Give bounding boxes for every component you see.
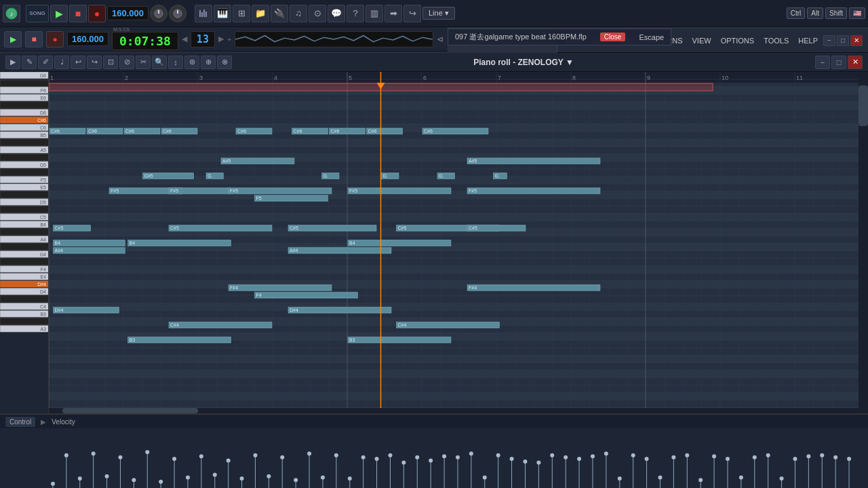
velocity-label: Velocity: [52, 418, 75, 426]
pr-select-btn[interactable]: ⊡: [103, 56, 118, 69]
tb-rec2[interactable]: ⊙: [309, 5, 326, 22]
pr-strum-btn[interactable]: ⊛: [184, 56, 199, 69]
h-scrollbar[interactable]: [49, 408, 859, 413]
plus-btn[interactable]: +: [227, 35, 231, 43]
tb-play[interactable]: ▶: [50, 5, 68, 22]
tb-chat[interactable]: 💬: [328, 5, 345, 22]
filename-text: 097 逝去galgame type beat 160BPM.flp: [455, 32, 587, 42]
time-display: 0:07:38: [112, 32, 178, 50]
menu-options[interactable]: OPTIONS: [717, 35, 759, 47]
waveform-display[interactable]: [235, 31, 433, 47]
pr-win-close[interactable]: ✕: [848, 56, 863, 69]
menu-tools[interactable]: TOOLS: [760, 35, 793, 47]
tb-midi[interactable]: ♫: [290, 5, 307, 22]
grid-container[interactable]: [49, 72, 868, 413]
menu-view[interactable]: VIEW: [688, 35, 715, 47]
tb-connect[interactable]: ↪: [403, 5, 421, 22]
bpm-display[interactable]: 160.000: [107, 6, 149, 20]
ctrl-btn[interactable]: Ctrl: [787, 7, 806, 19]
menu-help[interactable]: HELP: [794, 35, 822, 47]
record-btn[interactable]: ●: [46, 31, 64, 47]
top-toolbar: ♪ SONG ▶ ■ ● 160.000 🎹 ⊞ 📁 🔌 ♫ ⊙ 💬 ? ▥ ➡…: [0, 0, 868, 27]
svg-rect-9: [205, 12, 207, 17]
tb-arrow[interactable]: ➡: [384, 5, 402, 22]
pr-note-btn[interactable]: ♩: [54, 56, 69, 69]
win-maximize-btn[interactable]: □: [837, 35, 849, 46]
line-selector[interactable]: Line ▾: [422, 7, 455, 20]
logo-icon: ♪: [3, 5, 20, 22]
ms-label: M:S:CS: [113, 27, 130, 32]
pr-win-min[interactable]: −: [815, 56, 830, 69]
piano-roll-area: [0, 72, 868, 413]
flag-btn[interactable]: 🇺🇸: [849, 7, 865, 19]
pr-zoom-btn[interactable]: 🔍: [152, 56, 167, 69]
bpm-input[interactable]: 160.000: [67, 32, 108, 46]
piano-roll-title: Piano roll - ZENOLOGY ▼: [232, 58, 815, 67]
control-label: Control: [5, 417, 35, 427]
tb-browser[interactable]: 📁: [252, 5, 269, 22]
next-btn[interactable]: ▶: [218, 35, 224, 43]
stop-btn[interactable]: ■: [25, 31, 43, 47]
tb-help[interactable]: ?: [347, 5, 364, 22]
velocity-area: Control ▶ Velocity: [0, 413, 868, 488]
pr-tools: ▶ ✎ ✐ ♩ ↩ ↪ ⊡ ⊘ ✂ 🔍 ↕ ⊛ ⊕ ⊗: [5, 56, 232, 69]
pr-detuner-btn[interactable]: ↕: [168, 56, 183, 69]
pr-redo-btn[interactable]: ↪: [87, 56, 102, 69]
tb-mixer[interactable]: [195, 5, 212, 22]
piano-keyboard[interactable]: [0, 72, 49, 413]
play-btn[interactable]: ▶: [4, 31, 22, 47]
waveform-collapse[interactable]: ⊲: [437, 35, 443, 44]
pr-chord-btn[interactable]: ⊕: [201, 56, 216, 69]
escape-label: Escape: [639, 33, 664, 41]
filename-close-btn[interactable]: Close: [600, 33, 626, 41]
velocity-header: Control ▶ Velocity: [0, 415, 868, 428]
win-close-btn[interactable]: ✕: [850, 35, 863, 46]
tb-stop[interactable]: ■: [69, 5, 87, 22]
filename-bar: 097 逝去galgame type beat 160BPM.flp Close…: [448, 28, 671, 45]
tb-piano[interactable]: 🎹: [214, 5, 231, 22]
piano-roll-header: ▶ ✎ ✐ ♩ ↩ ↪ ⊡ ⊘ ✂ 🔍 ↕ ⊛ ⊕ ⊗ Piano roll -…: [0, 53, 868, 72]
v-scrollbar[interactable]: [859, 72, 868, 413]
tb-stepseq[interactable]: ⊞: [233, 5, 250, 22]
alt-btn[interactable]: Alt: [807, 7, 823, 19]
pr-pencil-btn[interactable]: ✎: [22, 56, 37, 69]
svg-text:♪: ♪: [10, 10, 14, 18]
bar-display: 13: [191, 31, 215, 47]
pr-erase-btn[interactable]: ⊘: [119, 56, 134, 69]
pr-stamp-btn[interactable]: ⊗: [217, 56, 232, 69]
pr-slice-btn[interactable]: ✂: [136, 56, 151, 69]
master-vol-knob[interactable]: [150, 5, 167, 22]
svg-rect-8: [203, 9, 205, 17]
pr-undo-btn[interactable]: ↩: [71, 56, 85, 69]
pr-play-btn[interactable]: ▶: [5, 56, 20, 69]
master-pitch-knob[interactable]: [169, 5, 186, 22]
prev-btn[interactable]: ◀: [182, 35, 187, 43]
tb-plugin[interactable]: 🔌: [271, 5, 288, 22]
pr-win-max[interactable]: □: [831, 56, 846, 69]
tb-record[interactable]: ●: [88, 5, 106, 22]
svg-rect-6: [199, 10, 201, 17]
tb-snap[interactable]: ▥: [366, 5, 383, 22]
transport-bar: ▶ ■ ● 160.000 M:S:CS 0:07:38 ◀ 13 ▶ + ⊲: [0, 27, 448, 52]
win-minimize-btn[interactable]: −: [823, 35, 835, 46]
tb-song[interactable]: SONG: [26, 5, 49, 22]
pr-draw-btn[interactable]: ✐: [38, 56, 53, 69]
shift-btn[interactable]: Shift: [825, 7, 847, 19]
svg-rect-7: [201, 12, 203, 17]
